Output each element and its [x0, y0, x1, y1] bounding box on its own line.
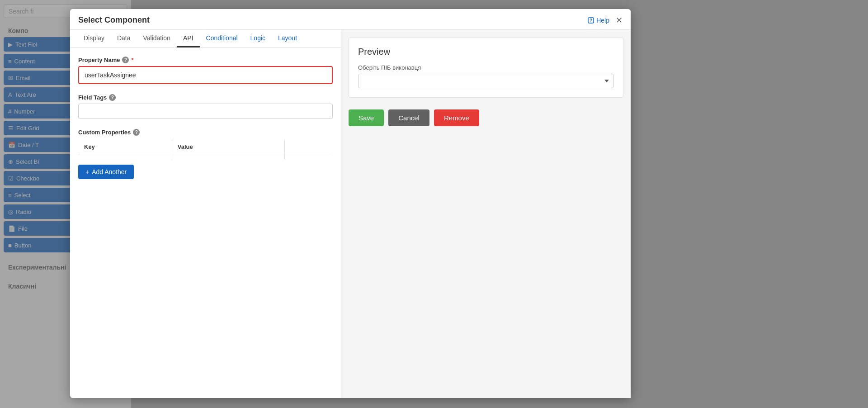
form-content: Property Name ? * Field Tags ?: [70, 47, 341, 398]
field-tags-help-icon[interactable]: ?: [109, 94, 116, 101]
help-link[interactable]: ? Help: [587, 17, 609, 24]
table-header-action: [285, 140, 333, 154]
custom-props-help-icon[interactable]: ?: [133, 129, 140, 136]
preview-section: Preview Оберіть ПІБ виконавця: [349, 37, 623, 98]
property-name-highlighted-border: [78, 66, 333, 84]
remove-button[interactable]: Remove: [434, 109, 479, 126]
modal-title: Select Component: [78, 15, 150, 25]
left-panel: Display Data Validation API Conditional …: [70, 30, 341, 398]
table-header-key: Key: [79, 140, 172, 154]
property-name-group: Property Name ? *: [78, 57, 333, 84]
action-buttons: Save Cancel Remove: [341, 105, 631, 131]
plus-icon: +: [85, 168, 89, 176]
property-name-help-icon[interactable]: ?: [122, 57, 129, 63]
field-tags-label: Field Tags ?: [78, 94, 333, 101]
preview-select[interactable]: [358, 74, 614, 88]
tab-layout[interactable]: Layout: [272, 30, 303, 47]
close-button[interactable]: ✕: [616, 16, 623, 24]
help-icon: ?: [587, 17, 594, 24]
tabs-bar: Display Data Validation API Conditional …: [70, 30, 341, 47]
add-another-button[interactable]: + Add Another: [78, 165, 134, 179]
cancel-button[interactable]: Cancel: [388, 109, 429, 126]
field-tags-group: Field Tags ?: [78, 94, 333, 119]
tab-logic[interactable]: Logic: [244, 30, 272, 47]
preview-field-label: Оберіть ПІБ виконавця: [358, 64, 614, 71]
required-marker: *: [131, 57, 133, 63]
modal-header-right: ? Help ✕: [587, 16, 623, 24]
custom-properties-table: Key Value: [78, 139, 333, 160]
tab-validation[interactable]: Validation: [137, 30, 176, 47]
tab-data[interactable]: Data: [111, 30, 137, 47]
modal-header: Select Component ? Help ✕: [70, 9, 631, 30]
tab-display[interactable]: Display: [77, 30, 111, 47]
property-name-label: Property Name ? *: [78, 57, 333, 63]
right-panel: Preview Оберіть ПІБ виконавця Save Cance…: [341, 30, 631, 398]
property-name-input[interactable]: [80, 68, 331, 82]
select-component-modal: Select Component ? Help ✕ Display Data V…: [70, 9, 631, 398]
tab-api[interactable]: API: [177, 30, 200, 47]
tab-conditional[interactable]: Conditional: [200, 30, 244, 47]
field-tags-input[interactable]: [78, 104, 333, 119]
table-row-empty: [79, 154, 333, 160]
custom-properties-label: Custom Properties ?: [78, 129, 333, 136]
table-header-value: Value: [172, 140, 284, 154]
custom-properties-group: Custom Properties ? Key Value: [78, 129, 333, 179]
save-button[interactable]: Save: [349, 109, 384, 126]
preview-title: Preview: [358, 47, 614, 57]
svg-text:?: ?: [590, 18, 592, 23]
modal-body: Display Data Validation API Conditional …: [70, 30, 631, 398]
